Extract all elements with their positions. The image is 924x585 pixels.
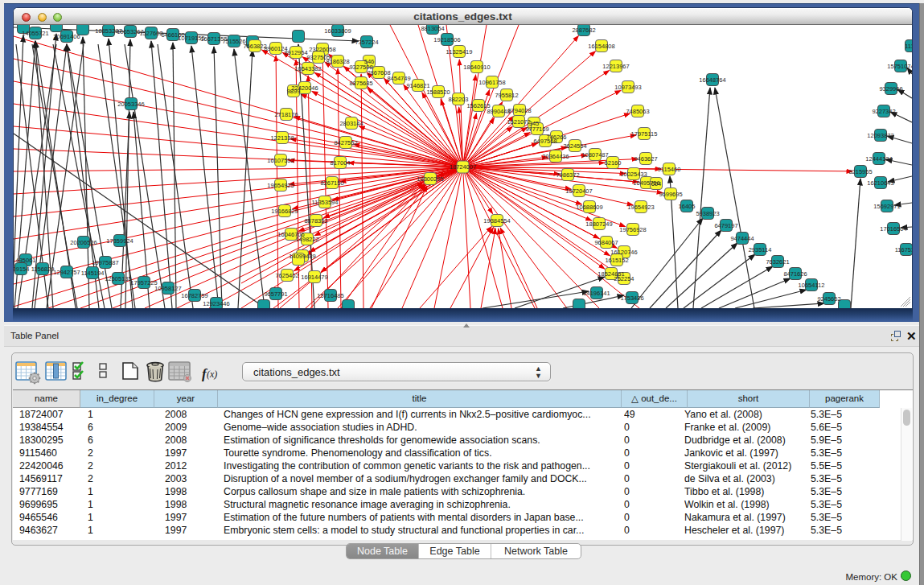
svg-text:17016504: 17016504 (880, 225, 906, 233)
svg-text:16154808: 16154808 (588, 43, 614, 50)
svg-text:16210643: 16210643 (867, 179, 893, 187)
svg-text:8990448: 8990448 (487, 108, 510, 115)
svg-text:18724007: 18724007 (450, 163, 476, 171)
svg-text:1588520: 1588520 (426, 89, 450, 96)
svg-text:12093872: 12093872 (867, 132, 893, 139)
svg-text:9463627: 9463627 (634, 155, 657, 163)
svg-text:1498222: 1498222 (295, 236, 318, 243)
svg-text:1156829: 1156829 (31, 266, 55, 273)
svg-text:19654925: 19654925 (267, 182, 294, 189)
svg-text:8875685: 8875685 (349, 80, 372, 87)
svg-text:8813054: 8813054 (421, 25, 444, 32)
svg-text:10961758: 10961758 (478, 79, 505, 86)
svg-text:2803144: 2803144 (339, 120, 363, 127)
svg-text:6479197: 6479197 (714, 222, 737, 229)
svg-text:8186328: 8186328 (326, 58, 349, 65)
svg-text:1753426: 1753426 (620, 295, 643, 302)
svg-text:12505135: 12505135 (105, 275, 131, 282)
svg-text:12923446: 12923446 (203, 300, 229, 307)
svg-text:14196141: 14196141 (583, 290, 610, 297)
svg-text:1117: 1117 (905, 43, 912, 50)
svg-text:8878352: 8878352 (304, 217, 327, 225)
svg-text:16107552: 16107552 (267, 157, 294, 164)
svg-text:2935114: 2935114 (749, 246, 772, 253)
svg-text:6497568: 6497568 (533, 138, 556, 145)
svg-text:9699695: 9699695 (659, 191, 682, 198)
svg-text:19166829: 19166829 (271, 208, 298, 215)
svg-text:20364436: 20364436 (542, 153, 569, 160)
svg-text:(x): (x) (207, 369, 217, 380)
svg-text:1221338: 1221338 (270, 134, 294, 142)
svg-text:39154: 39154 (14, 266, 29, 273)
svg-text:9245652: 9245652 (817, 295, 840, 303)
svg-text:15720407: 15720407 (565, 187, 592, 195)
svg-text:7485063: 7485063 (626, 108, 649, 115)
svg-text:9474444: 9474444 (730, 235, 754, 242)
svg-text:7955812: 7955812 (495, 92, 518, 99)
svg-text:9329966: 9329966 (879, 85, 902, 93)
svg-text:9684067: 9684067 (594, 239, 618, 246)
svg-text:7632621: 7632621 (766, 258, 789, 266)
svg-text:12942757: 12942757 (53, 269, 80, 276)
svg-text:7357224: 7357224 (355, 39, 378, 46)
svg-text:16782759: 16782759 (181, 292, 207, 299)
svg-text:14099489: 14099489 (289, 253, 315, 260)
svg-text:252254: 252254 (614, 275, 634, 282)
svg-text:16914479: 16914479 (301, 274, 327, 281)
svg-text:2887682: 2887682 (572, 27, 595, 34)
svg-text:1527602: 1527602 (139, 30, 162, 37)
svg-text:435061: 435061 (15, 257, 35, 264)
svg-text:19975887: 19975887 (92, 259, 118, 266)
svg-text:2718176: 2718176 (274, 111, 298, 118)
svg-text:20691406: 20691406 (53, 33, 80, 40)
svg-text:16648764: 16648764 (699, 76, 725, 84)
svg-text:10807487: 10807487 (581, 151, 608, 159)
svg-text:10025433: 10025433 (620, 171, 647, 178)
svg-text:7625402: 7625402 (275, 272, 298, 279)
svg-text:15716485: 15716485 (317, 292, 343, 299)
svg-text:7515526: 7515526 (222, 38, 245, 45)
svg-text:10973493: 10973493 (614, 84, 641, 91)
svg-text:1145194: 1145194 (81, 270, 105, 277)
svg-text:817004: 817004 (330, 159, 350, 167)
svg-text:16405: 16405 (679, 203, 696, 210)
svg-text:10543382: 10543382 (294, 65, 321, 72)
svg-text:9899: 9899 (287, 88, 301, 95)
svg-text:19384554: 19384554 (483, 217, 510, 225)
svg-text:10958127: 10958127 (154, 285, 181, 292)
svg-text:20053346: 20053346 (117, 101, 144, 108)
svg-text:8215955: 8215955 (848, 168, 872, 175)
svg-text:3624554: 3624554 (563, 142, 586, 150)
svg-text:8454749: 8454749 (387, 75, 410, 82)
svg-text:12213967: 12213967 (602, 63, 629, 70)
svg-text:7986372: 7986372 (556, 171, 579, 179)
svg-text:9777169: 9777169 (525, 126, 548, 133)
svg-text:10688609: 10688609 (576, 204, 602, 211)
svg-text:8427552: 8427552 (334, 139, 357, 146)
svg-text:9227342: 9227342 (872, 108, 895, 115)
svg-text:16120746: 16120746 (610, 249, 637, 256)
svg-text:18807249: 18807249 (585, 220, 612, 228)
svg-text:17359924: 17359924 (106, 237, 133, 245)
svg-text:9657791: 9657791 (264, 290, 287, 298)
svg-text:7663822: 7663822 (243, 43, 266, 50)
svg-text:62160: 62160 (605, 159, 622, 167)
svg-text:5938923: 5938923 (696, 210, 719, 217)
svg-text:9794028: 9794028 (507, 107, 531, 114)
svg-text:17957225: 17957225 (130, 279, 157, 286)
svg-text:14055721: 14055721 (22, 30, 48, 37)
svg-text:10654112: 10654112 (799, 282, 825, 289)
svg-text:19218506: 19218506 (433, 36, 460, 43)
svg-text:12444134: 12444134 (865, 155, 892, 163)
svg-text:19654923: 19654923 (627, 204, 654, 211)
svg-text:19756928: 19756928 (619, 226, 646, 233)
svg-text:8471626: 8471626 (783, 270, 807, 278)
svg-text:604: 604 (651, 180, 662, 187)
svg-text:17975115: 17975115 (631, 130, 658, 138)
svg-text:1615152: 1615152 (605, 257, 628, 264)
svg-text:8267150: 8267150 (320, 179, 343, 187)
svg-text:11325419: 11325419 (446, 48, 473, 56)
svg-text:9115460: 9115460 (658, 166, 681, 173)
svg-text:8912954: 8912954 (284, 49, 307, 56)
svg-text:11353594: 11353594 (312, 199, 339, 206)
